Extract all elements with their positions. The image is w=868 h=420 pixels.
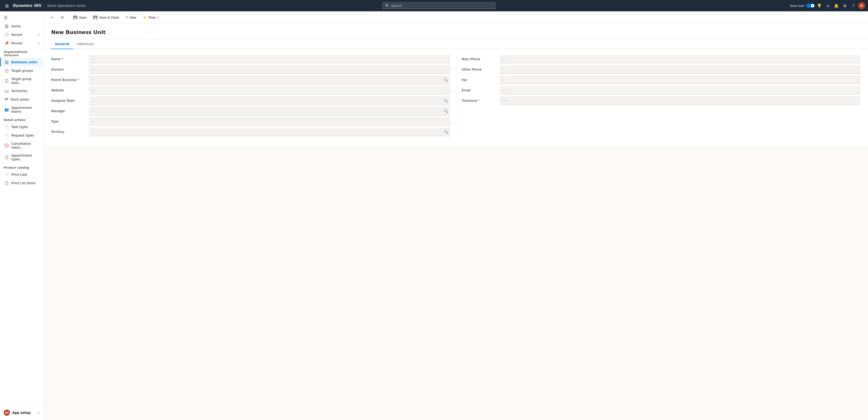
app-setup-diamond-icon: ◇ <box>37 411 40 415</box>
new-button[interactable]: + New <box>123 13 139 22</box>
assignee-team-input-box[interactable]: --- 🔍 <box>89 96 450 105</box>
field-website-row: Website --- <box>51 86 450 95</box>
field-assignee-team-input[interactable]: --- 🔍 <box>89 96 450 105</box>
sidebar-item-recent-label: Recent <box>11 33 35 37</box>
flow-button[interactable]: ⚡ Flow ∨ <box>140 13 162 22</box>
field-website-input[interactable]: --- <box>89 86 450 94</box>
sidebar-item-target-group-asso[interactable]: 📋 Target group asso... <box>0 75 43 87</box>
sidebar-item-target-groups[interactable]: 📋 Target groups <box>0 66 43 75</box>
field-parent-business-input[interactable]: --- 🔍 <box>89 76 450 84</box>
territory-search-icon[interactable]: 🔍 <box>441 130 450 134</box>
field-fax-input[interactable]: --- <box>500 76 861 84</box>
field-type-input[interactable]: --- <box>89 117 450 126</box>
website-input-box[interactable]: --- <box>89 86 450 94</box>
lightbulb-icon-btn[interactable]: 💡 <box>816 2 823 9</box>
appointment-types-icon: 📋 <box>4 155 9 160</box>
gear-icon-btn[interactable]: ⚙ <box>841 2 849 9</box>
timezone-input-box[interactable]: --- <box>500 96 861 105</box>
parent-business-input-box[interactable]: --- 🔍 <box>89 76 450 84</box>
tab-addresses[interactable]: Addresses <box>73 39 98 49</box>
sidebar-item-store-zones[interactable]: 🗺 Store zones <box>0 95 43 104</box>
parent-business-search-icon[interactable]: 🔍 <box>441 78 450 82</box>
territory-input-box[interactable]: --- 🔍 <box>89 128 450 136</box>
sidebar-item-price-lists-label: Price Lists <box>11 173 40 176</box>
user-avatar[interactable]: R <box>858 2 865 9</box>
help-icon-btn[interactable]: ? <box>849 2 857 9</box>
main-phone-input-box[interactable]: --- <box>500 55 861 63</box>
field-parent-business-label: Parent Business <box>51 76 89 84</box>
division-input-box[interactable]: --- <box>89 65 450 74</box>
field-division-input[interactable]: --- <box>89 65 450 74</box>
new-look-toggle[interactable] <box>806 4 815 8</box>
field-email-input[interactable]: --- <box>500 86 861 94</box>
sidebar-item-request-types[interactable]: 📄 Request types <box>0 131 43 140</box>
field-timezone-input[interactable]: --- <box>500 96 861 105</box>
field-name-row: Name --- <box>51 55 450 64</box>
name-input-box[interactable]: --- <box>89 55 450 63</box>
sidebar-item-cancellation-reaso[interactable]: 🚫 Cancellation reaso... <box>0 140 43 151</box>
other-phone-input-box[interactable]: --- <box>500 65 861 74</box>
top-navigation: ⊞ Dynamics 365 Store Operations Assist 🔍… <box>0 0 868 11</box>
sidebar-item-recent[interactable]: 🕐 Recent ∨ <box>0 30 43 39</box>
sidebar-item-price-lists[interactable]: 📄 Price Lists <box>0 170 43 179</box>
store-zones-icon: 🗺 <box>4 97 8 102</box>
target-group-asso-icon: 📋 <box>4 79 9 83</box>
sidebar-item-pinned[interactable]: 📌 Pinned ∨ <box>0 39 43 48</box>
email-input-box[interactable]: --- <box>500 86 861 94</box>
assignee-team-search-icon[interactable]: 🔍 <box>441 99 450 103</box>
plus-icon-btn[interactable]: + <box>824 2 832 9</box>
field-timezone-row: Timezone --- <box>462 96 861 106</box>
field-manager-input[interactable]: --- 🔍 <box>89 107 450 115</box>
manager-input-box[interactable]: --- 🔍 <box>89 107 450 115</box>
save-icon: 💾 <box>73 16 78 20</box>
sidebar-menu-icon[interactable]: ☰ <box>0 13 43 22</box>
main-content: ← ⧉ 💾 Save 💾 Save & Close + New ⚡ Flow ∨ <box>44 11 868 420</box>
field-other-phone-input[interactable]: --- <box>500 65 861 74</box>
flow-label: Flow <box>149 16 156 19</box>
field-main-phone-input[interactable]: --- <box>500 55 861 63</box>
type-input-box[interactable]: --- <box>89 117 450 126</box>
sidebar-item-home[interactable]: 🏠 Home <box>0 22 43 30</box>
form-container: Name --- Division --- <box>44 49 868 145</box>
territories-icon: 📖 <box>4 89 9 93</box>
window-button[interactable]: ⧉ <box>58 13 66 22</box>
appointment-teams-icon: 👥 <box>4 108 9 112</box>
new-plus-icon: + <box>126 15 128 20</box>
bell-icon-btn[interactable]: 🔔 <box>833 2 840 9</box>
search-box[interactable]: 🔍 Search <box>382 2 496 9</box>
save-close-button[interactable]: 💾 Save & Close <box>90 13 122 22</box>
fax-input-box[interactable]: --- <box>500 76 861 84</box>
field-territory-input[interactable]: --- 🔍 <box>89 128 450 136</box>
field-fax-row: Fax --- <box>462 76 861 85</box>
section-org-structure: Organizational structure <box>0 48 43 58</box>
pin-icon: 📌 <box>4 41 9 45</box>
pinned-chevron-icon: ∨ <box>37 41 40 45</box>
sidebar-item-territories[interactable]: 📖 Territories <box>0 87 43 95</box>
section-retail-actions: Retail actions <box>0 115 43 122</box>
sidebar-item-appointment-types[interactable]: 📋 Appointment types <box>0 151 43 163</box>
sidebar-item-business-units[interactable]: 🏢 Business units <box>0 58 43 66</box>
field-assignee-team-label: Assignee Team <box>51 96 89 105</box>
tab-general[interactable]: General <box>51 39 73 49</box>
window-icon: ⧉ <box>61 15 63 20</box>
nav-right-actions: New look 💡 + 🔔 ⚙ ? R <box>790 2 865 9</box>
sidebar-item-price-list-items[interactable]: 📋 Price List Items <box>0 179 43 187</box>
sidebar-item-target-group-asso-label: Target group asso... <box>11 77 40 85</box>
field-other-phone-row: Other Phone --- <box>462 65 861 75</box>
nav-brand-divider <box>44 3 44 8</box>
apps-icon[interactable]: ⊞ <box>3 3 11 8</box>
field-name-input[interactable]: --- <box>89 55 450 63</box>
sidebar-item-task-types[interactable]: 📄 Task types <box>0 122 43 131</box>
field-timezone-label: Timezone <box>462 96 500 105</box>
save-button[interactable]: 💾 Save <box>70 13 89 22</box>
sidebar-item-home-label: Home <box>11 24 40 28</box>
form-col-right: Main Phone --- Other Phone --- <box>456 55 861 138</box>
app-setup-item[interactable]: AS App setup ◇ <box>0 407 43 418</box>
search-placeholder: Search <box>391 4 402 7</box>
manager-search-icon[interactable]: 🔍 <box>441 109 450 113</box>
sidebar-item-appointment-teams[interactable]: 👥 Appointment teams <box>0 104 43 115</box>
save-label: Save <box>79 16 87 19</box>
back-button[interactable]: ← <box>49 13 57 22</box>
dynamics-365-label: Dynamics 365 <box>11 4 43 8</box>
field-main-phone-label: Main Phone <box>462 55 500 63</box>
